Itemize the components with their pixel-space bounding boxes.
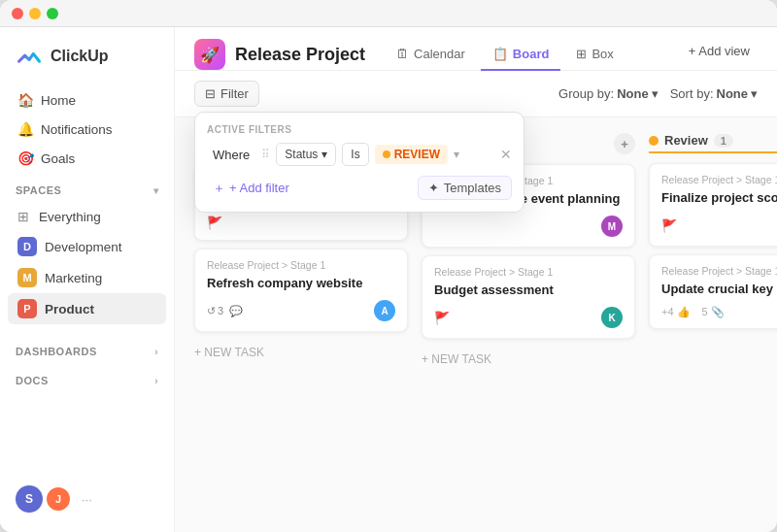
card-finalize-scope[interactable]: Release Project > Stage 1 Finalize proje…	[649, 163, 777, 247]
is-pill-label: Is	[351, 148, 359, 161]
card-meta-obj: Release Project > Stage 1	[661, 265, 777, 277]
sidebar-item-goals[interactable]: 🎯 Goals	[8, 144, 166, 173]
templates-button[interactable]: ✦ Templates	[418, 176, 512, 200]
sidebar-item-notifications-label: Notifications	[41, 122, 113, 137]
header-tabs: 🗓 Calendar 📋 Board ⊞ Box	[385, 39, 681, 70]
filter-dropdown-arrow[interactable]: ▾	[454, 148, 459, 161]
sidebar-item-product[interactable]: P Product	[8, 293, 166, 324]
filter-btn-label: Filter	[220, 86, 249, 101]
sidebar-item-notifications[interactable]: 🔔 Notifications	[8, 115, 166, 144]
spaces-section: Spaces ▾	[0, 173, 174, 200]
filter-row: Where ⠿ Status ▾ Is REVIEW	[207, 143, 512, 166]
close-dot[interactable]	[12, 8, 23, 19]
group-by-label: Group by:	[558, 86, 614, 101]
plus-icon: ＋	[213, 180, 225, 197]
sidebar-bottom: S J ···	[0, 478, 174, 520]
maximize-dot[interactable]	[47, 8, 58, 19]
filter-is-pill[interactable]: Is	[342, 143, 368, 166]
templates-icon: ✦	[428, 181, 439, 195]
user-more: ···	[82, 492, 92, 507]
add-todo-button[interactable]: +	[614, 133, 635, 154]
product-label: Product	[45, 302, 94, 316]
docs-section: Docs ›	[0, 363, 174, 390]
sidebar-nav: 🏠 Home 🔔 Notifications 🎯 Goals	[0, 85, 174, 173]
header-actions: + Add view	[681, 40, 758, 70]
dashboards-arrow[interactable]: ›	[154, 347, 158, 357]
sort-by-val: None	[717, 86, 749, 101]
goals-icon: 🎯	[17, 150, 33, 166]
card-avatar-budget: K	[601, 307, 623, 328]
filter-status-pill[interactable]: Status ▾	[276, 143, 336, 166]
calendar-icon: 🗓	[396, 47, 409, 61]
group-by-control[interactable]: Group by: None ▾	[558, 86, 659, 101]
column-review: Review 1 Release Project > Stage 1 Final…	[649, 133, 777, 516]
spaces-list: ⊞ Everything D Development M Marketing P…	[0, 200, 174, 326]
card-refresh-website[interactable]: Release Project > Stage 1 Refresh compan…	[194, 249, 408, 332]
card-chat-icon: 💬	[229, 305, 243, 317]
review-label: REVIEW	[394, 148, 440, 161]
sidebar-item-goals-label: Goals	[41, 151, 75, 166]
sort-by-arrow: ▾	[751, 86, 758, 101]
tab-calendar[interactable]: 🗓 Calendar	[385, 39, 477, 71]
card-title-objectives: Update crucial key objectives	[661, 281, 777, 298]
sidebar-item-marketing[interactable]: M Marketing	[8, 262, 166, 293]
app-name: ClickUp	[51, 48, 109, 65]
new-task-button-in-progress[interactable]: + NEW TASK	[194, 342, 408, 363]
active-filters-label: ACTIVE FILTERS	[207, 124, 512, 135]
card-reactions: +4 👍	[661, 306, 691, 318]
tab-box-label: Box	[591, 47, 613, 61]
card-footer-obj: +4 👍 5 📎	[661, 306, 777, 318]
card-update-objectives[interactable]: Release Project > Stage 1 Update crucial…	[649, 254, 777, 329]
tab-box[interactable]: ⊞ Box	[564, 39, 625, 71]
development-label: Development	[45, 240, 122, 254]
sidebar-item-home[interactable]: 🏠 Home	[8, 85, 166, 115]
docs-arrow[interactable]: ›	[154, 376, 158, 386]
project-icon: 🚀	[194, 39, 225, 70]
board-icon: 📋	[492, 47, 508, 61]
project-title: Release Project	[235, 45, 365, 65]
filter-icon: ⊟	[205, 86, 216, 101]
card-meta-budget: Release Project > Stage 1	[434, 266, 623, 278]
group-sort-controls: Group by: None ▾ Sort by: None ▾	[558, 86, 758, 101]
spaces-arrow[interactable]: ▾	[153, 185, 159, 196]
tab-board[interactable]: 📋 Board	[481, 39, 561, 71]
filter-drag-handle[interactable]: ⠿	[261, 148, 270, 161]
review-status-badge[interactable]: REVIEW	[375, 145, 448, 164]
card-meta-scope: Release Project > Stage 1	[661, 174, 777, 185]
logo-icon	[16, 43, 43, 70]
review-count: 1	[714, 134, 733, 148]
minimize-dot[interactable]	[29, 8, 41, 19]
add-view-button[interactable]: + Add view	[681, 40, 758, 62]
tab-calendar-label: Calendar	[414, 47, 465, 61]
marketing-dot: M	[17, 268, 37, 287]
home-icon: 🏠	[17, 92, 33, 108]
filter-footer: ＋ + Add filter ✦ Templates	[207, 176, 512, 200]
filter-close-button[interactable]: ✕	[500, 147, 512, 162]
card-footer-budget: 🚩 K	[434, 307, 623, 328]
everything-label: Everything	[39, 210, 101, 224]
budget-flag-icon: 🚩	[434, 311, 450, 325]
card-title-budget: Budget assessment	[434, 282, 623, 299]
status-pill-label: Status	[285, 148, 318, 161]
docs-label: Docs	[16, 375, 49, 386]
card-budget-assessment[interactable]: Release Project > Stage 1 Budget assessm…	[422, 255, 635, 339]
new-task-button-todo[interactable]: + NEW TASK	[422, 349, 635, 370]
scope-flag-icon: 🚩	[661, 218, 677, 233]
box-icon: ⊞	[576, 47, 587, 61]
filter-where-label: Where	[207, 144, 255, 166]
yellow-flag-icon: 🚩	[207, 216, 222, 230]
toolbar: ⊟ Filter ACTIVE FILTERS Where ⠿ Status ▾	[175, 71, 777, 117]
sidebar-item-everything[interactable]: ⊞ Everything	[8, 202, 166, 231]
sort-by-control[interactable]: Sort by: None ▾	[670, 86, 758, 101]
titlebar	[0, 0, 777, 27]
sidebar-item-home-label: Home	[41, 93, 76, 108]
add-filter-button[interactable]: ＋ + Add filter	[207, 177, 295, 200]
filter-button[interactable]: ⊟ Filter	[194, 81, 259, 107]
card-avatar-2: A	[374, 300, 395, 321]
dashboards-label: Dashboards	[16, 346, 97, 357]
card-title-scope: Finalize project scope	[661, 189, 777, 207]
group-by-arrow: ▾	[652, 86, 659, 101]
sidebar-item-development[interactable]: D Development	[8, 231, 166, 262]
templates-label: Templates	[444, 181, 501, 195]
card-footer: 🚩	[207, 216, 395, 230]
